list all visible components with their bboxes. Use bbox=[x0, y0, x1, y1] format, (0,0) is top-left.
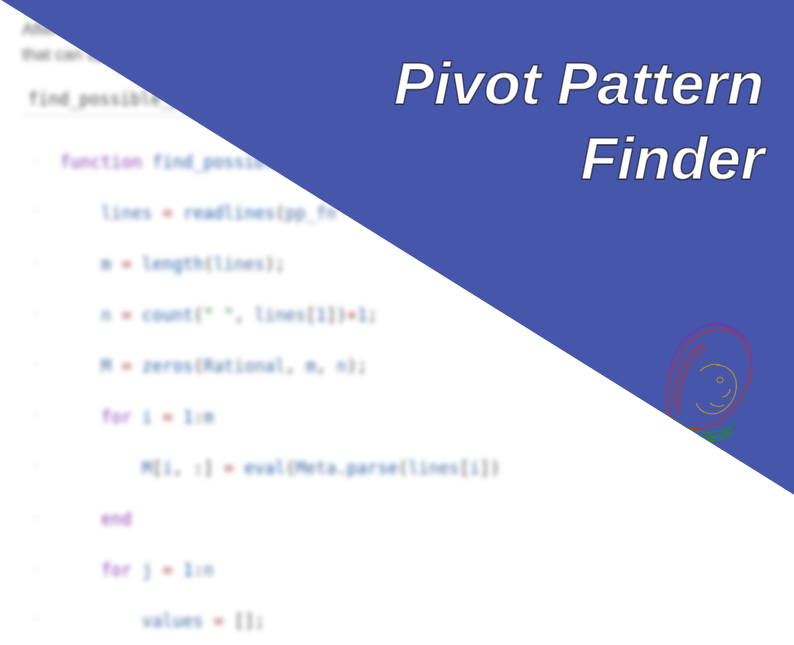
code-line: · for j = 1:n bbox=[32, 558, 768, 584]
overlay-title: Pivot Pattern Finder bbox=[394, 46, 764, 196]
overlay-title-line-1: Pivot Pattern bbox=[394, 50, 764, 117]
code-line: · end bbox=[32, 507, 768, 533]
code-line: · values = []; bbox=[32, 609, 768, 635]
code-line: · M[i, :] = eval(Meta.parse(lines[i]) bbox=[32, 456, 768, 482]
overlay-title-line-2: Finder bbox=[581, 125, 764, 192]
